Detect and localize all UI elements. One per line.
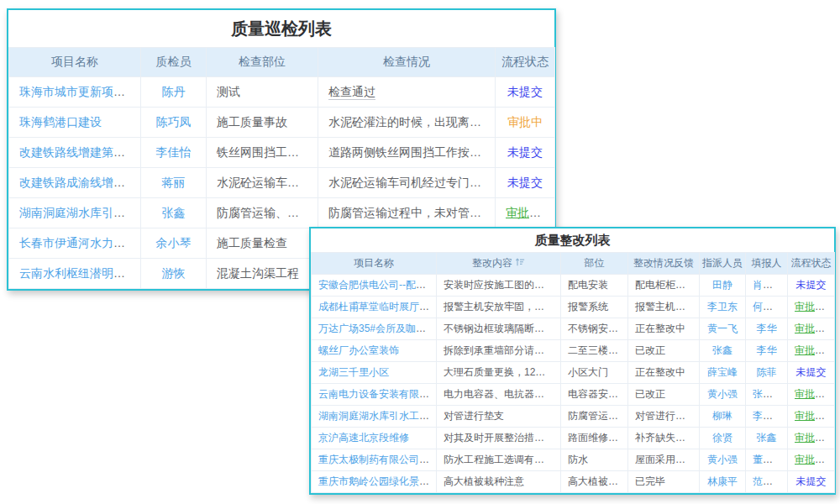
- situation-cell: 道路两侧铁丝网围挡工作按设计...: [318, 138, 496, 168]
- project-link[interactable]: 湖南洞庭湖水库引水工...: [9, 198, 141, 228]
- status-text[interactable]: 审批通过: [788, 297, 835, 318]
- reporter-link[interactable]: 李华: [746, 318, 788, 340]
- column-label: 整改内容: [472, 257, 512, 269]
- project-link[interactable]: 珠海市城市更新项目紫...: [9, 77, 141, 108]
- table-row: 改建铁路成渝线增建第...蒋丽水泥砼运输车检查水泥砼运输车司机经过专门培训...…: [9, 168, 555, 198]
- reporter-link[interactable]: 何芷萳: [746, 297, 788, 318]
- column-header-situation: 检查情况: [318, 48, 496, 77]
- status-text[interactable]: 审批通过: [788, 318, 835, 340]
- table-row: 改建铁路线增建第二线...李佳怡铁丝网围挡工作检查道路两侧铁丝网围挡工作按设计.…: [9, 138, 555, 168]
- situation-cell: 检查通过: [318, 77, 496, 108]
- project-link[interactable]: 万达广场35#会所及咖啡厅空...: [312, 318, 437, 340]
- content-cell: 对管进行垫支: [437, 406, 561, 428]
- assignee-link[interactable]: 李卫东: [700, 297, 746, 318]
- table-row: 云南电力设备安装有限公司20...电力电容器、电抗器安装方案...电容器安装..…: [312, 384, 835, 406]
- reporter-link[interactable]: 肖亚军: [746, 275, 788, 297]
- feedback-cell: 补齐缺失标志...: [628, 428, 700, 449]
- column-label: 填报人: [752, 257, 782, 269]
- inspector-link[interactable]: 游恢: [141, 259, 207, 289]
- project-link[interactable]: 安徽合肥供电公司--配电设备...: [312, 275, 437, 297]
- assignee-link[interactable]: 田静: [700, 275, 746, 297]
- column-header-content[interactable]: 整改内容: [437, 253, 561, 275]
- inspector-link[interactable]: 蒋丽: [141, 168, 207, 198]
- status-text[interactable]: 未提交: [496, 138, 555, 168]
- column-label: 整改情况反馈: [633, 257, 694, 269]
- status-text[interactable]: 审批通过: [788, 449, 835, 471]
- situation-cell: 水泥砼灌注的时候，出现离析现象: [318, 108, 496, 138]
- assignee-link[interactable]: 柳琳: [700, 406, 746, 428]
- table-row: 安徽合肥供电公司--配电设备...安装时应按施工图的布置，将...配电安装配电柜…: [312, 275, 835, 297]
- assignee-link[interactable]: 黄小强: [700, 449, 746, 471]
- project-link[interactable]: 长春市伊通河水力发电...: [9, 228, 141, 259]
- assignee-link[interactable]: 黄一飞: [700, 318, 746, 340]
- project-link[interactable]: 螺丝厂办公室装饰: [312, 340, 437, 362]
- status-text[interactable]: 未提交: [788, 275, 835, 297]
- inspector-link[interactable]: 张鑫: [141, 198, 207, 228]
- part-cell: 铁丝网围挡工作检查: [207, 138, 318, 168]
- feedback-cell: 已完毕: [628, 471, 700, 493]
- assignee-link[interactable]: 薛宝峰: [700, 362, 746, 384]
- status-text[interactable]: 审批通过: [788, 384, 835, 406]
- project-link[interactable]: 龙湖三千里小区: [312, 362, 437, 384]
- project-link[interactable]: 珠海鹤港口建设: [9, 108, 141, 138]
- assignee-link[interactable]: 张鑫: [700, 340, 746, 362]
- project-link[interactable]: 云南水利枢纽潜明水库...: [9, 259, 141, 289]
- reporter-link[interactable]: 陈菲: [746, 362, 788, 384]
- part-cell: 施工质量检查: [207, 228, 318, 259]
- project-link[interactable]: 京沪高速北京段维修: [312, 428, 437, 449]
- inspector-link[interactable]: 李佳怡: [141, 138, 207, 168]
- part-cell: 施工质量事故: [207, 108, 318, 138]
- status-text[interactable]: 审批通过: [788, 340, 835, 362]
- part-cell: 测试: [207, 77, 318, 108]
- status-text[interactable]: 审批通过: [496, 198, 555, 228]
- project-link[interactable]: 改建铁路成渝线增建第...: [9, 168, 141, 198]
- column-label: 检查情况: [383, 55, 430, 68]
- column-header-project: 项目名称: [312, 253, 437, 275]
- rectification-header-row: 项目名称整改内容部位整改情况反馈指派人员填报人流程状态: [312, 253, 835, 275]
- project-link[interactable]: 湖南洞庭湖水库引水工程施工I标: [312, 406, 437, 428]
- table-row: 珠海鹤港口建设陈巧凤施工质量事故水泥砼灌注的时候，出现离析现象审批中: [9, 108, 555, 138]
- status-text[interactable]: 未提交: [788, 471, 835, 493]
- assignee-link[interactable]: 徐贤: [700, 428, 746, 449]
- status-text[interactable]: 未提交: [788, 362, 835, 384]
- content-cell: 大理石质量更换，12月31日之...: [437, 362, 561, 384]
- reporter-link[interactable]: 张小东: [746, 384, 788, 406]
- content-cell: 报警主机安放牢固，线缆连接...: [437, 297, 561, 318]
- inspector-link[interactable]: 余小琴: [141, 228, 207, 259]
- content-cell: 不锈钢边框玻璃隔断安装不牢...: [437, 318, 561, 340]
- reporter-link[interactable]: 范思哲: [746, 471, 788, 493]
- status-text[interactable]: 审批通过: [788, 428, 835, 449]
- part-cell: 防腐管运输、布管: [207, 198, 318, 228]
- reporter-link[interactable]: 董清平: [746, 449, 788, 471]
- reporter-link[interactable]: 张鑫: [746, 428, 788, 449]
- content-cell: 对其及时开展整治措施，桥头...: [437, 428, 561, 449]
- rectification-table-panel: 质量整改列表 项目名称整改内容部位整改情况反馈指派人员填报人流程状态 安徽合肥供…: [309, 227, 836, 495]
- feedback-cell: 报警主机安放...: [628, 297, 700, 318]
- feedback-cell: 正在整改中: [628, 362, 700, 384]
- rectification-table: 项目名称整改内容部位整改情况反馈指派人员填报人流程状态 安徽合肥供电公司--配电…: [311, 252, 835, 493]
- project-link[interactable]: 成都杜甫草堂临时展厅独立展...: [312, 297, 437, 318]
- assignee-link[interactable]: 黄小强: [700, 384, 746, 406]
- part-cell: 防水: [561, 449, 628, 471]
- table-row: 龙湖三千里小区大理石质量更换，12月31日之...小区大门正在整改中薛宝峰陈菲未…: [312, 362, 835, 384]
- project-link[interactable]: 重庆太极制药有限公司亳州中...: [312, 449, 437, 471]
- column-header-status: 流程状态: [496, 48, 555, 77]
- project-link[interactable]: 重庆市鹅岭公园绿化景观提升...: [312, 471, 437, 493]
- status-text[interactable]: 未提交: [496, 77, 555, 108]
- inspector-link[interactable]: 陈丹: [141, 77, 207, 108]
- feedback-cell: 对管进行垫支: [628, 406, 700, 428]
- inspector-link[interactable]: 陈巧凤: [141, 108, 207, 138]
- reporter-link[interactable]: 李华: [746, 340, 788, 362]
- status-text[interactable]: 审批通过: [788, 406, 835, 428]
- column-header-part: 部位: [561, 253, 628, 275]
- assignee-link[interactable]: 林康平: [700, 471, 746, 493]
- project-link[interactable]: 云南电力设备安装有限公司20...: [312, 384, 437, 406]
- reporter-link[interactable]: 李若若: [746, 406, 788, 428]
- table-row: 螺丝厂办公室装饰拆除到承重墙部分请做好加固...二至三楼混...已改正张鑫李华审…: [312, 340, 835, 362]
- status-text[interactable]: 审批中: [496, 108, 555, 138]
- status-text[interactable]: 未提交: [496, 168, 555, 198]
- feedback-cell: 已改正: [628, 384, 700, 406]
- inspection-header-row: 项目名称质检员检查部位检查情况流程状态: [9, 48, 555, 77]
- project-link[interactable]: 改建铁路线增建第二线...: [9, 138, 141, 168]
- sort-icon[interactable]: [515, 257, 525, 267]
